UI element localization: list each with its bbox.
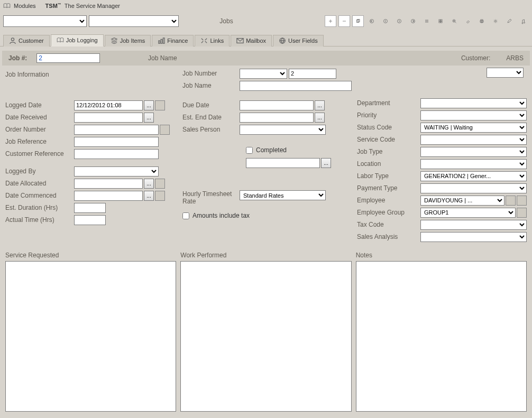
date-allocated-picker[interactable]: ... xyxy=(144,179,154,189)
employee-group-select[interactable]: GROUP1 xyxy=(420,208,516,218)
tab-user-fields[interactable]: User Fields xyxy=(273,35,324,47)
status-code-select[interactable]: WAITING | Waiting xyxy=(420,123,527,133)
tab-customer-label: Customer xyxy=(19,38,44,44)
next-button[interactable] xyxy=(393,15,405,27)
completed-date-input[interactable] xyxy=(246,158,320,168)
department-select[interactable] xyxy=(420,98,527,108)
job-number-prefix-select[interactable] xyxy=(240,69,287,79)
date-allocated-extra[interactable] xyxy=(155,179,165,189)
customer-reference-input[interactable] xyxy=(74,149,159,159)
priority-select[interactable] xyxy=(420,110,527,120)
remove-button[interactable] xyxy=(338,15,350,27)
date-commenced-picker[interactable]: ... xyxy=(144,191,154,201)
tab-job-items[interactable]: Job Items xyxy=(105,35,151,47)
actual-time-input[interactable] xyxy=(74,215,106,225)
erase-button[interactable] xyxy=(462,15,474,27)
job-type-select[interactable] xyxy=(420,147,527,157)
book-open-icon xyxy=(57,37,64,43)
work-performed-title: Work Performed xyxy=(180,252,351,259)
logged-by-select[interactable] xyxy=(74,166,159,177)
date-commenced-input[interactable] xyxy=(74,191,143,201)
payment-type-select[interactable] xyxy=(420,183,527,193)
department-label: Department xyxy=(357,99,420,107)
sales-person-label: Sales Person xyxy=(182,126,240,133)
completed-checkbox[interactable] xyxy=(246,147,253,154)
middle-column: Job Number Job Name Due Date ... xyxy=(182,68,352,243)
date-received-label: Date Received xyxy=(5,114,74,121)
est-duration-input[interactable] xyxy=(74,203,106,213)
prev-button[interactable] xyxy=(380,15,391,27)
employee-extra-1[interactable] xyxy=(506,196,516,206)
settings-button[interactable] xyxy=(490,15,501,27)
logged-date-extra[interactable] xyxy=(155,100,165,110)
svg-rect-8 xyxy=(439,22,441,23)
completed-date-picker[interactable]: ... xyxy=(321,158,331,168)
job-name-field-input[interactable] xyxy=(240,81,352,91)
edit-button[interactable] xyxy=(503,15,515,27)
zoom-button[interactable] xyxy=(448,15,460,27)
tab-customer[interactable]: Customer xyxy=(3,35,50,47)
svg-point-15 xyxy=(11,38,14,41)
labor-type-select[interactable]: GENERATION2 | Gener... xyxy=(420,171,527,181)
job-reference-label: Job Reference xyxy=(5,138,74,145)
completed-checkbox-row[interactable]: Completed xyxy=(246,146,352,154)
location-select[interactable] xyxy=(420,159,527,169)
last-button[interactable] xyxy=(407,15,419,27)
job-number-suffix-select[interactable] xyxy=(487,68,524,78)
employee-extra-2[interactable] xyxy=(517,196,527,206)
date-received-input[interactable] xyxy=(74,113,143,123)
employee-select[interactable]: DAVIDYOUNG | ... xyxy=(420,196,505,206)
date-allocated-input[interactable] xyxy=(74,179,143,189)
tab-job-logging[interactable]: Job Logging xyxy=(51,34,104,47)
order-number-input[interactable] xyxy=(74,125,159,135)
tab-job-items-label: Job Items xyxy=(120,38,145,44)
grid-button[interactable] xyxy=(435,15,446,27)
toolbar-select-2[interactable] xyxy=(89,15,179,27)
due-date-input[interactable] xyxy=(240,100,314,110)
job-reference-input[interactable] xyxy=(74,137,159,147)
order-number-label: Order Number xyxy=(5,126,74,133)
order-number-extra[interactable] xyxy=(160,125,170,135)
logged-date-picker[interactable]: ... xyxy=(144,100,154,110)
date-allocated-label: Date Allocated xyxy=(5,180,74,187)
tab-job-logging-label: Job Logging xyxy=(66,37,98,43)
employee-group-label: Employee Group xyxy=(357,209,420,216)
service-requested-textarea[interactable] xyxy=(5,261,176,412)
svg-point-3 xyxy=(384,20,388,23)
sales-person-select[interactable] xyxy=(240,125,326,135)
due-date-picker[interactable]: ... xyxy=(315,100,325,110)
hourly-rate-select[interactable]: Standard Rates xyxy=(240,190,326,200)
location-label: Location xyxy=(357,160,420,168)
tab-links[interactable]: Links xyxy=(195,35,230,47)
date-received-picker[interactable]: ... xyxy=(144,113,154,123)
first-button[interactable] xyxy=(366,15,378,27)
amounts-include-tax-checkbox[interactable] xyxy=(182,212,189,219)
notes-textarea[interactable] xyxy=(356,261,527,412)
music-icon[interactable] xyxy=(517,15,529,27)
notes-title: Notes xyxy=(356,252,527,259)
job-number-input[interactable] xyxy=(36,53,100,63)
tab-finance[interactable]: Finance xyxy=(152,35,194,47)
toolbar-select-1[interactable] xyxy=(3,15,87,27)
new-button[interactable] xyxy=(325,15,336,27)
date-commenced-extra[interactable] xyxy=(155,191,165,201)
tax-code-select[interactable] xyxy=(420,220,527,230)
est-end-date-picker[interactable]: ... xyxy=(315,113,325,123)
amounts-include-tax-row[interactable]: Amounts include tax xyxy=(182,212,352,219)
est-end-date-input[interactable] xyxy=(240,113,314,123)
tab-mailbox[interactable]: Mailbox xyxy=(231,35,272,47)
job-name-field-label: Job Name xyxy=(182,82,240,89)
list-button[interactable] xyxy=(421,15,433,27)
service-code-select[interactable] xyxy=(420,135,527,145)
work-performed-textarea[interactable] xyxy=(180,261,351,412)
copy-button[interactable] xyxy=(352,15,364,27)
logged-date-input[interactable] xyxy=(74,100,143,110)
print-button[interactable] xyxy=(476,15,488,27)
job-number-field-input[interactable] xyxy=(289,69,336,79)
priority-label: Priority xyxy=(357,112,420,119)
est-duration-label: Est. Duration (Hrs) xyxy=(5,204,74,211)
modules-label[interactable]: Modules xyxy=(14,3,36,9)
job-name-label: Job Name xyxy=(148,54,190,62)
employee-group-extra[interactable] xyxy=(517,208,527,218)
sales-analysis-select[interactable] xyxy=(420,232,527,242)
